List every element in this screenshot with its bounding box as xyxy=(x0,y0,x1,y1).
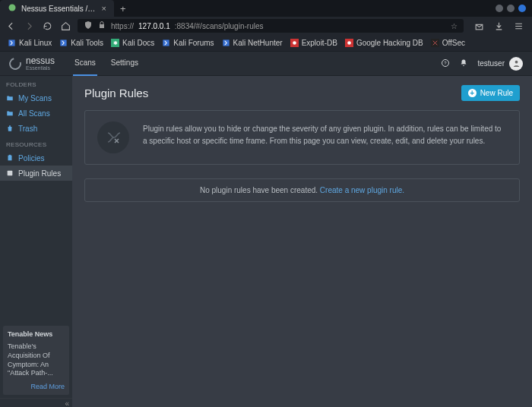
sidebar-item-label: All Scans xyxy=(18,109,50,118)
folder-icon xyxy=(6,93,14,103)
info-text: Plugin rules allow you to hide or change… xyxy=(143,121,507,153)
favicon-icon xyxy=(290,39,299,47)
address-bar[interactable]: https://127.0.0.1:8834/#/scans/plugin-ru… xyxy=(78,19,464,33)
bookmark-item[interactable]: ✱Kali Docs xyxy=(111,39,154,47)
lock-icon xyxy=(8,3,17,14)
svg-rect-1 xyxy=(100,24,104,28)
favicon-icon xyxy=(222,39,230,47)
sidebar-item-plugin-rules[interactable]: Plugin Rules xyxy=(0,166,72,181)
new-tab-button[interactable]: + xyxy=(114,3,132,14)
home-button[interactable] xyxy=(59,20,71,32)
window-minimize-icon[interactable] xyxy=(496,5,503,12)
sidebar-collapse-button[interactable]: « xyxy=(0,398,72,407)
sidebar-item-label: Trash xyxy=(18,125,37,133)
empty-state: No plugin rules have been created. Creat… xyxy=(84,178,520,202)
sidebar-item-trash[interactable]: Trash xyxy=(0,121,72,136)
bookmark-label: Google Hacking DB xyxy=(356,39,423,47)
sidebar-item-label: Policies xyxy=(18,154,44,162)
plug-icon xyxy=(6,169,14,178)
top-tab-settings[interactable]: Settings xyxy=(109,51,140,76)
news-widget: Tenable News Tenable's Acquisition Of Cy… xyxy=(3,326,69,395)
svg-text:✱: ✱ xyxy=(112,39,117,46)
menu-icon[interactable] xyxy=(512,20,524,32)
favicon-icon xyxy=(59,39,68,47)
user-menu[interactable]: testuser xyxy=(477,57,523,71)
browser-navbar: https://127.0.0.1:8834/#/scans/plugin-ru… xyxy=(0,17,532,35)
svg-point-12 xyxy=(515,61,518,64)
plus-icon: + xyxy=(468,89,477,97)
sidebar-heading-folders: FOLDERS xyxy=(0,76,72,90)
bookmark-item[interactable]: Exploit-DB xyxy=(290,39,337,47)
info-panel: Plugin rules allow you to hide or change… xyxy=(84,110,520,165)
empty-message: No plugin rules have been created. xyxy=(200,186,320,194)
bookmark-label: Kali Linux xyxy=(19,39,52,47)
news-readmore-link[interactable]: Read More xyxy=(8,383,65,390)
sidebar-item-label: My Scans xyxy=(18,94,52,103)
sidebar: FOLDERS My ScansAll ScansTrash RESOURCES… xyxy=(0,76,72,407)
sidebar-item-all-scans[interactable]: All Scans xyxy=(0,106,72,121)
top-tab-scans[interactable]: Scans xyxy=(73,51,97,76)
close-icon[interactable]: × xyxy=(102,4,106,13)
create-rule-link[interactable]: Create a new plugin rule. xyxy=(320,186,404,194)
clipboard-icon xyxy=(6,153,14,162)
app-header: nessus Essentials ScansSettings ? testus… xyxy=(0,52,532,76)
window-close-icon[interactable] xyxy=(518,5,526,12)
app-logo[interactable]: nessus Essentials xyxy=(9,56,55,71)
bookmark-star-icon[interactable]: ☆ xyxy=(451,22,458,30)
bookmark-item[interactable]: Kali NetHunter xyxy=(222,39,283,47)
bookmark-item[interactable]: Kali Linux xyxy=(8,39,52,47)
top-tabs: ScansSettings xyxy=(73,51,140,76)
bookmark-item[interactable]: OffSec xyxy=(431,39,465,47)
window-maximize-icon[interactable] xyxy=(507,5,515,12)
trash-icon xyxy=(6,124,14,133)
svg-rect-13 xyxy=(8,156,12,161)
help-icon[interactable]: ? xyxy=(441,58,450,69)
username: testuser xyxy=(477,59,505,68)
tab-title: Nessus Essentials / Resou xyxy=(21,5,97,13)
favicon-icon xyxy=(8,39,16,47)
new-rule-label: New Rule xyxy=(480,89,513,97)
bookmark-label: Kali Tools xyxy=(71,39,103,47)
bookmark-item[interactable]: Google Hacking DB xyxy=(345,39,423,47)
logo-subtitle: Essentials xyxy=(26,65,55,71)
back-button[interactable] xyxy=(5,20,17,32)
bell-icon[interactable] xyxy=(459,58,468,69)
lock-icon xyxy=(97,21,106,31)
bookmark-item[interactable]: Kali Forums xyxy=(162,39,214,47)
svg-rect-15 xyxy=(8,171,13,176)
sidebar-item-my-scans[interactable]: My Scans xyxy=(0,90,72,106)
bookmark-item[interactable]: Kali Tools xyxy=(59,39,103,47)
reload-button[interactable] xyxy=(41,20,53,32)
folder-icon xyxy=(6,109,14,118)
news-body: Tenable's Acquisition Of Cymptom: An "At… xyxy=(8,342,65,378)
url-rest: :8834/#/scans/plugin-rules xyxy=(175,22,264,30)
forward-button[interactable] xyxy=(23,20,35,32)
url-proto: https:// xyxy=(111,22,134,30)
sidebar-item-policies[interactable]: Policies xyxy=(0,150,72,166)
bookmarks-bar: Kali LinuxKali Tools✱Kali DocsKali Forum… xyxy=(0,35,532,52)
window-controls xyxy=(496,5,532,12)
download-icon[interactable] xyxy=(492,20,505,32)
favicon-icon xyxy=(431,39,439,47)
news-heading: Tenable News xyxy=(8,330,65,338)
svg-text:?: ? xyxy=(445,61,448,65)
favicon-icon xyxy=(345,39,353,47)
bookmark-label: Kali Forums xyxy=(173,39,214,47)
inbox-icon[interactable] xyxy=(473,20,485,32)
svg-rect-14 xyxy=(9,155,11,156)
browser-tab[interactable]: Nessus Essentials / Resou × xyxy=(0,0,114,17)
page-title: Plugin Rules xyxy=(84,87,148,99)
bookmark-label: Exploit-DB xyxy=(302,39,337,47)
url-host: 127.0.0.1 xyxy=(138,22,170,30)
svg-point-0 xyxy=(9,5,16,11)
browser-tabbar: Nessus Essentials / Resou × + xyxy=(0,0,532,17)
bookmark-label: Kali Docs xyxy=(122,39,154,47)
favicon-icon xyxy=(162,39,170,47)
nessus-logo-icon xyxy=(7,55,24,72)
bookmark-label: Kali NetHunter xyxy=(233,39,283,47)
sidebar-heading-resources: RESOURCES xyxy=(0,136,72,150)
new-rule-button[interactable]: + New Rule xyxy=(461,85,520,101)
bookmark-label: OffSec xyxy=(442,39,465,47)
logo-name: nessus xyxy=(26,56,55,65)
svg-point-8 xyxy=(347,41,351,45)
